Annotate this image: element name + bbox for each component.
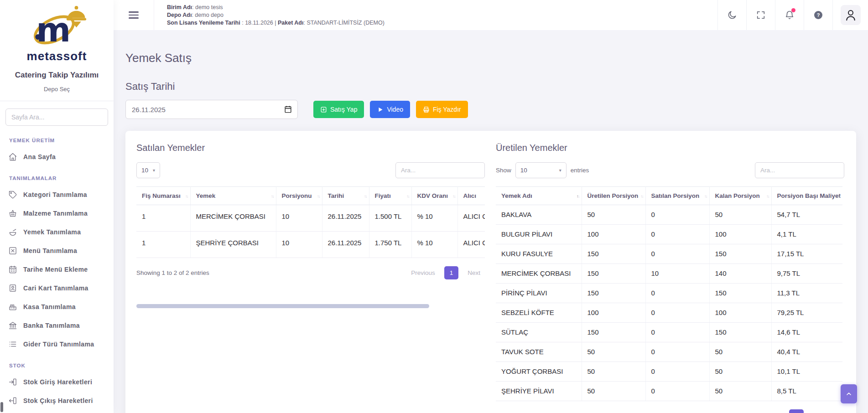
sidebar-item-yemek-tanimlama[interactable]: Yemek Tanımlama [8, 225, 105, 239]
sidebar-search-input[interactable] [5, 108, 108, 126]
column-header[interactable]: KDV Oranı↑↓ [411, 187, 457, 205]
table-cell: 10 [276, 205, 322, 232]
column-header[interactable]: Kalan Porsiyon↑↓ [709, 187, 771, 205]
table-cell: 1.750 TL [369, 232, 411, 258]
scroll-to-top-button[interactable] [841, 384, 857, 403]
page-length-select[interactable]: 10 ▾ [515, 162, 567, 178]
sort-icon: ↑↓ [838, 193, 841, 198]
column-header[interactable]: Satılan Porsiyon↑↓ [645, 187, 709, 205]
satis-yap-button[interactable]: Satış Yap [313, 101, 364, 118]
calendar-picker-icon[interactable] [284, 105, 292, 115]
sidebar-item-stok-cikis-hareketleri[interactable]: Stok Çıkış Hareketleri [8, 394, 105, 408]
table-row[interactable]: 1MERCİMEK ÇORBASI1026.11.20251.500 TL% 1… [136, 205, 485, 232]
sidebar-item-kasa-tanimlama[interactable]: Kasa Tanımlama [8, 300, 105, 314]
table-row[interactable]: MERCİMEK ÇORBASI150101409,75 TL [496, 264, 842, 284]
depot-select-link[interactable]: Depo Seç [0, 86, 114, 93]
sidebar-item-kategori-tanimlama[interactable]: Kategori Tanımlama [8, 188, 105, 201]
column-header[interactable]: Tarihi↑↓ [322, 187, 369, 205]
sidebar-item-malzeme-tanimlama[interactable]: Malzeme Tanımlama [8, 206, 105, 220]
help-button[interactable]: ? [804, 0, 832, 30]
sidebar-item-ana-sayfa[interactable]: Ana Sayfa [8, 150, 105, 164]
table-cell: 26.11.2025 [322, 205, 369, 232]
table-cell: 50 [582, 342, 645, 362]
sidebar-item-tarihe-menu-ekleme[interactable]: Tarihe Menü Ekleme [8, 263, 105, 276]
pagination-page-1[interactable]: 1 [789, 409, 804, 413]
table-row[interactable]: TAVUK SOTE5005040,4 TL [496, 342, 842, 362]
avatar [841, 5, 861, 25]
plus-square-icon [320, 106, 327, 113]
table-row[interactable]: KURU FASULYE150015017,15 TL [496, 244, 842, 264]
sidebar-scrollbar[interactable] [0, 402, 3, 412]
column-header-label: Yemek Adı [501, 192, 532, 199]
page-length-select[interactable]: 10 ▾ [136, 162, 160, 178]
column-header[interactable]: Porsiyon Başı Maliyet↑↓ [771, 187, 842, 205]
table-cell: ALICI C [457, 232, 485, 258]
sale-date-title: Satış Tarihi [125, 81, 856, 93]
table-cell: 10 [645, 264, 709, 284]
table-row[interactable]: SEBZELİ KÖFTE100010079,25 TL [496, 303, 842, 323]
table-cell: 150 [582, 284, 645, 303]
table-row[interactable]: SÜTLAÇ150015014,6 TL [496, 323, 842, 342]
sidebar-item-label: Malzeme Tanımlama [23, 210, 88, 217]
table-row[interactable]: ŞEHRİYE PİLAVI500508,5 TL [496, 382, 842, 401]
notification-badge [791, 8, 795, 12]
scrollbar-thumb[interactable] [136, 304, 429, 308]
pagination-previous[interactable]: Previous [752, 409, 785, 413]
column-header-label: Porsiyon Başı Maliyet [777, 192, 841, 199]
sold-table-footer: Showing 1 to 2 of 2 entries Previous 1 N… [136, 266, 485, 279]
notifications-button[interactable] [775, 0, 804, 30]
table-row[interactable]: PİRİNÇ PİLAVI150015011,3 TL [496, 284, 842, 303]
table-cell: 150 [709, 323, 771, 342]
table-cell: 0 [645, 225, 709, 244]
pagination-next[interactable]: Next [822, 409, 844, 413]
table-row[interactable]: YOĞURT ÇORBASI5005010,1 TL [496, 362, 842, 382]
produced-table-search-input[interactable] [755, 162, 844, 178]
sidebar-item-cari-kart-tanimlama[interactable]: Cari Kart Tanımlama [8, 281, 105, 295]
column-header[interactable]: Fiyatı↑↓ [369, 187, 411, 205]
table-cell: 50 [709, 382, 771, 401]
column-header-label: Üretilen Porsiyon [587, 192, 639, 199]
table-cell: 150 [582, 264, 645, 284]
table-row[interactable]: BULGUR PİLAVI10001004,1 TL [496, 225, 842, 244]
pagination-next[interactable]: Next [463, 266, 485, 279]
pagination-page-1[interactable]: 1 [444, 266, 459, 279]
pagination-previous[interactable]: Previous [406, 266, 440, 279]
table-cell: ŞEHRİYE PİLAVI [496, 382, 582, 401]
sidebar-item-label: Yemek Tanımlama [23, 228, 81, 236]
svg-text:m: m [36, 10, 71, 49]
column-header[interactable]: Porsiyonu↑↓ [276, 187, 322, 205]
column-header-label: Fiş Numarası [142, 192, 181, 199]
horizontal-scrollbar[interactable] [136, 304, 485, 308]
fis-yazdir-button[interactable]: Fiş Yazdır [416, 101, 468, 118]
sidebar-item-gider-turu-tanimlama[interactable]: Gider Türü Tanımlama [8, 337, 105, 351]
pagination-page-2[interactable]: 2 [806, 409, 818, 413]
pagination: Previous 1 Next [406, 266, 485, 279]
sidebar-item-banka-tanimlama[interactable]: Banka Tanımlama [8, 319, 105, 332]
sale-date-input[interactable] [125, 100, 298, 119]
column-header[interactable]: Üretilen Porsiyon↑↓ [582, 187, 645, 205]
column-header-label: Satılan Porsiyon [651, 192, 700, 199]
table-cell: 0 [645, 284, 709, 303]
fullscreen-button[interactable] [746, 0, 775, 30]
header-actions: ? [717, 0, 868, 30]
sidebar-item-label: Kasa Tanımlama [23, 303, 76, 310]
table-row[interactable]: 1ŞEHRİYE ÇORBASI1026.11.20251.750 TL% 10… [136, 232, 485, 258]
table-cell: 140 [709, 264, 771, 284]
column-header[interactable]: Alıcı↑↓ [457, 187, 485, 205]
brand-logo[interactable]: m metassoft [0, 0, 114, 63]
sidebar-divider [0, 101, 114, 101]
user-menu[interactable] [832, 0, 868, 30]
column-header[interactable]: Fiş Numarası↑↓ [136, 187, 190, 205]
sidebar-item-stok-giris-hareketleri[interactable]: Stok Giriş Hareketleri [8, 375, 105, 389]
column-header[interactable]: Yemek↑↓ [190, 187, 276, 205]
table-row[interactable]: BAKLAVA5005054,7 TL [496, 205, 842, 225]
video-button[interactable]: Video [370, 101, 410, 118]
dark-mode-toggle[interactable] [717, 0, 746, 30]
column-header[interactable]: Yemek Adı↑↓ [496, 187, 582, 205]
column-header-label: Kalan Porsiyon [715, 192, 760, 199]
sold-table-search-input[interactable] [395, 162, 485, 178]
sort-icon: ↑↓ [317, 193, 320, 198]
sidebar-item-menu-tanimlama[interactable]: Menü Tanımlama [8, 244, 105, 258]
sold-meals-title: Satılan Yemekler [136, 143, 485, 153]
menu-toggle-button[interactable] [114, 0, 154, 30]
